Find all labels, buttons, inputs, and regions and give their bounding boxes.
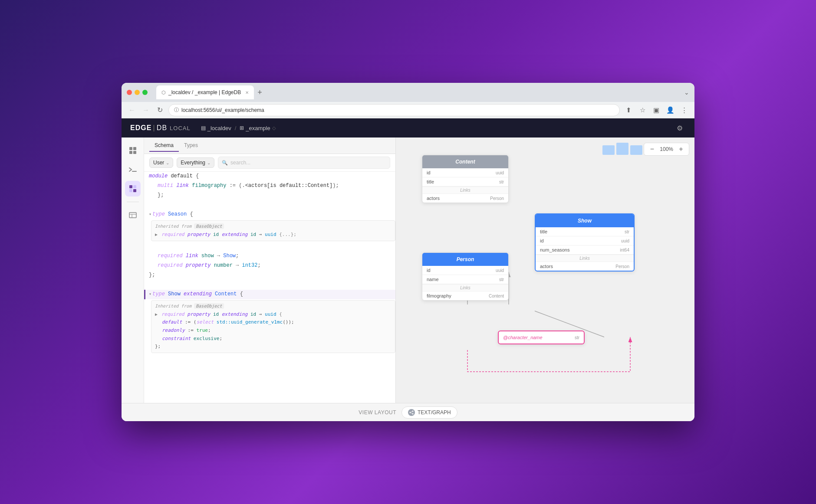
settings-icon: ⚙ [677,124,683,132]
grid-icon [129,147,137,154]
tab-close-button[interactable]: ✕ [245,90,249,95]
browser-tab[interactable]: ⬡ _localdev / _example | EdgeDB ✕ [156,85,254,99]
tab-overflow-button[interactable]: ⌄ [684,89,689,96]
node-row: actors Person [422,194,508,203]
code-line [144,200,395,210]
svg-point-18 [412,410,413,412]
breadcrumb: ▤ _localdev / ⊞ _example ◇ [201,125,276,131]
sidebar-item-schema[interactable] [125,181,141,196]
menu-button[interactable]: ⋮ [679,105,689,115]
minimize-button[interactable] [135,90,140,95]
node-row: title str [422,177,508,187]
code-line [144,242,395,252]
tab-favicon: ⬡ [161,90,166,95]
user-filter-dropdown[interactable]: User ⌄ [149,157,173,168]
svg-rect-1 [133,147,136,150]
traffic-lights [127,90,148,95]
tab-schema[interactable]: Schema [149,140,179,152]
view-layout-button[interactable]: VIEW LAYOUT [359,409,396,416]
node-content-header: Content [422,155,508,168]
inherited-box-season: Inherited from BaseObject ▶ required pro… [151,220,395,241]
logo-edge: EDGE [130,124,151,132]
node-person[interactable]: Person id uuid name str Links filmograph… [422,252,509,301]
logo: EDGE | DB LOCAL [130,124,191,132]
chevron-down-icon-2: ⌄ [207,160,211,165]
code-line: module default { [144,172,395,181]
zoom-in-button[interactable]: + [677,145,685,154]
breadcrumb-chevron: ◇ [272,125,276,131]
node-show-header: Show [536,214,634,227]
search-placeholder: search... [230,160,250,166]
node-show[interactable]: Show title str id uuid num_seasons int64… [535,213,635,272]
sidebar-item-table[interactable] [125,207,141,223]
maximize-button[interactable] [142,90,148,95]
breadcrumb-instance[interactable]: ▤ _localdev [201,125,231,131]
logo-separator: | [153,124,155,132]
chrome-bar: ⬡ _localdev / _example | EdgeDB ✕ + ⌄ [122,83,694,102]
svg-rect-8 [133,189,136,192]
profile-button[interactable]: 👤 [665,105,675,115]
search-icon: 🔍 [222,160,228,166]
minimap-dot [616,143,628,155]
bookmark-button[interactable]: ☆ [637,105,648,115]
tab-title: _localdev / _example | EdgeDB [168,89,241,95]
sidebar [122,137,144,403]
tab-bar: ⬡ _localdev / _example | EdgeDB ✕ + ⌄ [156,85,689,99]
svg-rect-2 [129,151,132,154]
logo-local: LOCAL [170,125,191,131]
svg-point-19 [412,413,413,414]
code-line-type-show: ▾type Show extending Content { [144,290,395,299]
svg-point-17 [409,412,411,413]
node-character-name[interactable]: @character_name str [498,331,585,344]
graph-icon [408,409,415,416]
forward-button[interactable]: → [141,105,151,115]
svg-rect-5 [129,185,132,188]
code-line: required link show → Show; [144,252,395,261]
sidebar-item-terminal[interactable] [125,162,141,177]
schema-icon [129,185,137,193]
close-button[interactable] [127,90,132,95]
svg-rect-0 [129,147,132,150]
new-tab-button[interactable]: + [254,88,266,97]
sidebar-toggle-button[interactable]: ▣ [651,105,661,115]
editor-toolbar: User ⌄ Everything ⌄ 🔍 search... [144,154,395,172]
main-content: Schema Types User ⌄ Everything ⌄ 🔍 searc… [122,137,694,403]
back-button[interactable]: ← [127,105,137,115]
sidebar-item-grid[interactable] [125,143,141,158]
terminal-icon [129,167,137,173]
graph-area[interactable]: − 100% + Content id uuid title str Links [396,137,694,403]
tab-types[interactable]: Types [179,140,203,152]
editor-area: Schema Types User ⌄ Everything ⌄ 🔍 searc… [144,137,396,403]
sidebar-divider [127,202,139,202]
search-bar[interactable]: 🔍 search... [218,157,390,169]
node-person-header: Person [422,253,508,266]
node-row: id uuid [422,168,508,177]
zoom-level: 100% [660,146,673,152]
table-icon [129,212,137,218]
svg-rect-6 [133,185,136,188]
text-graph-toggle[interactable]: TEXT/GRAPH [401,406,457,419]
inherited-box-show: Inherited from BaseObject ▶ required pro… [151,300,395,353]
zoom-out-button[interactable]: − [648,145,656,154]
bottom-bar: VIEW LAYOUT TEXT/GRAPH [122,403,694,421]
node-row: @character_name str [499,331,584,344]
settings-button[interactable]: ⚙ [674,122,686,134]
code-line [144,280,395,290]
node-content[interactable]: Content id uuid title str Links actors P… [422,155,509,203]
url-text: localhost:5656/ui/_example/schema [181,107,264,113]
node-section-links: Links [422,187,508,194]
app-header: EDGE | DB LOCAL ▤ _localdev / ⊞ _example… [122,118,694,137]
nav-actions: ⬆ ☆ ▣ 👤 ⋮ [623,105,689,115]
code-editor[interactable]: module default { multi link filmography … [144,172,395,403]
reload-button[interactable]: ↻ [155,105,165,115]
node-row: title str [536,227,634,236]
node-section-links: Links [536,255,634,262]
breadcrumb-database[interactable]: ⊞ _example ◇ [240,125,275,131]
url-bar[interactable]: ⓘ localhost:5656/ui/_example/schema [168,104,620,116]
svg-rect-7 [129,189,132,192]
share-button[interactable]: ⬆ [623,105,634,115]
svg-line-21 [411,412,412,413]
everything-filter-dropdown[interactable]: Everything ⌄ [177,157,214,168]
code-line: }; [144,191,395,200]
logo-db: DB [157,124,167,132]
